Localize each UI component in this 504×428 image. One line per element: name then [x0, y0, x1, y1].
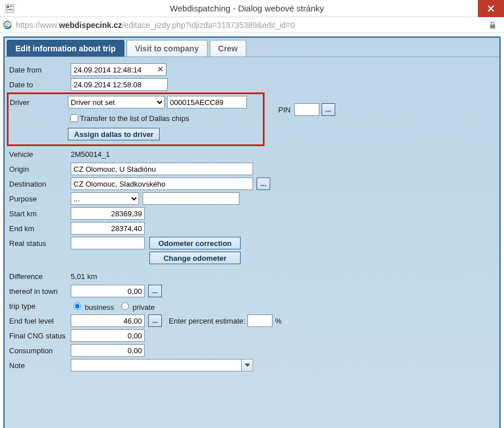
change-odometer-button[interactable]: Change odometer — [149, 252, 241, 264]
address-bar: https://www.webdispecink.cz/editace_jizd… — [0, 17, 504, 33]
label-date-from: Date from — [9, 66, 71, 74]
label-transfer-dallas: Transfer to the list of Dallas chips — [80, 114, 189, 123]
window-close-button[interactable] — [478, 0, 504, 17]
note-dropdown-button[interactable] — [242, 359, 253, 372]
label-difference: Difference — [9, 272, 71, 281]
label-purpose: Purpose — [9, 195, 71, 203]
label-driver: Driver — [10, 98, 68, 107]
percent-estimate-input[interactable] — [247, 314, 273, 327]
label-date-to: Date to — [9, 80, 71, 89]
destination-lookup-button[interactable]: ... — [257, 177, 270, 190]
end-fuel-lookup-button[interactable]: ... — [148, 314, 162, 327]
label-real-status: Real status — [9, 239, 71, 248]
label-destination: Destination — [9, 180, 71, 188]
url-text[interactable]: https://www.webdispecink.cz/editace_jizd… — [16, 21, 486, 30]
purpose-freetext-input[interactable] — [143, 192, 239, 205]
svg-rect-3 — [7, 9, 13, 10]
date-to-input[interactable] — [71, 78, 168, 91]
svg-rect-6 — [490, 25, 495, 29]
app-icon — [3, 2, 16, 15]
label-thereof: thereof in town — [9, 287, 71, 296]
note-input[interactable] — [71, 359, 242, 372]
consumption-input[interactable] — [71, 344, 145, 357]
real-status-input[interactable] — [71, 237, 145, 249]
tab-bar: Edit information about trip Visit to com… — [5, 38, 499, 57]
percent-sign: % — [275, 317, 282, 325]
label-consumption: Consumption — [9, 346, 71, 355]
label-trip-business: business — [85, 303, 114, 312]
thereof-input[interactable] — [71, 285, 145, 297]
label-origin: Origin — [9, 165, 71, 173]
label-end-fuel: End fuel level — [9, 317, 71, 325]
date-from-input[interactable] — [71, 63, 166, 76]
tab-edit-trip[interactable]: Edit information about trip — [7, 40, 124, 56]
main-panel: Edit information about trip Visit to com… — [3, 37, 501, 428]
label-pin: PIN — [278, 106, 291, 114]
driver-code-input[interactable] — [167, 96, 247, 108]
label-cng: Final CNG status — [9, 332, 71, 340]
chevron-down-icon — [245, 364, 250, 367]
svg-rect-1 — [7, 6, 9, 8]
label-end-km: End km — [9, 224, 71, 233]
assign-dallas-button[interactable]: Assign dallas to driver — [68, 128, 160, 140]
tab-crew[interactable]: Crew — [210, 40, 246, 56]
pin-lookup-button[interactable]: ... — [322, 103, 335, 116]
browser-icon — [2, 20, 13, 30]
start-km-input[interactable] — [71, 207, 145, 220]
odometer-correction-button[interactable]: Odometer correction — [149, 237, 241, 249]
thereof-lookup-button[interactable]: ... — [148, 285, 162, 297]
window-titlebar: Webdispatching - Dialog webové stránky — [0, 0, 504, 17]
svg-rect-2 — [10, 6, 13, 7]
close-icon — [487, 5, 494, 12]
label-start-km: Start km — [9, 209, 71, 218]
transfer-dallas-checkbox[interactable] — [70, 114, 78, 122]
trip-type-business-radio[interactable] — [74, 302, 81, 310]
label-percent-estimate: Enter percent estimate: — [169, 317, 245, 325]
label-trip-type: trip type — [9, 302, 71, 310]
destination-input[interactable] — [71, 177, 253, 190]
difference-value: 5,01 km — [71, 272, 97, 281]
driver-select[interactable]: Driver not set — [68, 96, 165, 108]
vehicle-value: 2M50014_1 — [71, 150, 110, 159]
end-km-input[interactable] — [71, 222, 145, 235]
end-fuel-input[interactable] — [71, 314, 145, 327]
trip-type-private-radio[interactable] — [121, 302, 129, 310]
driver-highlight-box: Driver Driver not set Transfer to the li… — [7, 92, 265, 146]
label-vehicle: Vehicle — [9, 150, 71, 159]
window-title: Webdispatching - Dialog webové stránky — [16, 3, 478, 13]
purpose-select[interactable]: ... — [71, 192, 139, 205]
label-trip-private: private — [133, 303, 155, 312]
lock-icon — [489, 21, 497, 29]
label-note: Note — [9, 361, 71, 370]
tab-visit-company[interactable]: Visit to company — [127, 40, 208, 56]
pin-input[interactable] — [294, 103, 319, 116]
origin-input[interactable] — [71, 163, 253, 175]
clear-date-icon[interactable]: ✕ — [156, 65, 164, 73]
cng-input[interactable] — [71, 329, 145, 342]
